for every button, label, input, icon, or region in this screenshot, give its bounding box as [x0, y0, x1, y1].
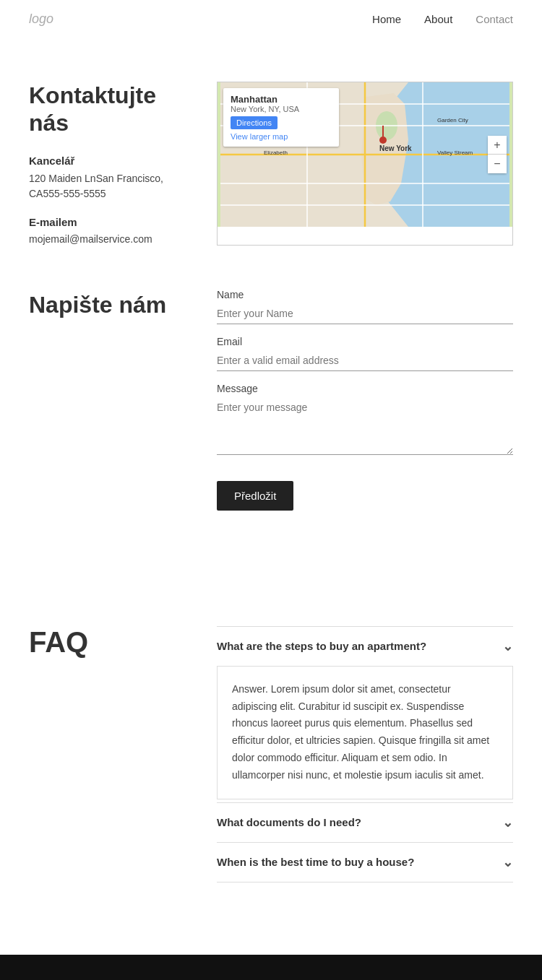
faq-question-text-1: What are the steps to buy an apartment? [217, 640, 426, 652]
svg-text:Valley Stream: Valley Stream [437, 149, 473, 156]
faq-question-text-3: When is the best time to buy a house? [217, 856, 414, 868]
faq-answer-1: Answer. Lorem ipsum dolor sit amet, cons… [217, 666, 513, 799]
faq-section: FAQ What are the steps to buy an apartme… [0, 583, 542, 926]
larger-map-link[interactable]: View larger map [231, 132, 332, 141]
map-overlay: Manhattan New York, NY, USA Directions V… [223, 88, 339, 147]
email-field-label: Email [217, 336, 513, 347]
chevron-down-icon-1: ⌄ [502, 638, 513, 654]
map-subtitle: New York, NY, USA [231, 105, 332, 113]
form-heading: Napište nám [29, 292, 188, 318]
email-input[interactable] [217, 350, 513, 371]
map-placeholder: New York Newark Elizabeth Garden City Va… [218, 82, 512, 227]
faq-question-2[interactable]: What documents do I need? ⌄ [217, 803, 513, 842]
zoom-out-button[interactable]: − [488, 155, 507, 173]
faq-items: What are the steps to buy an apartment? … [217, 626, 513, 883]
faq-item-3: When is the best time to buy a house? ⌄ [217, 843, 513, 883]
form-section: Napište nám Name Email Message Předložit [0, 274, 542, 554]
contact-heading: Kontaktujte nás [29, 82, 188, 137]
svg-text:Garden City: Garden City [437, 117, 468, 123]
contact-info: Kontaktujte nás Kancelář 120 Maiden LnSa… [29, 82, 188, 246]
map-container: New York Newark Elizabeth Garden City Va… [217, 82, 513, 246]
email-group: Email [217, 336, 513, 371]
navigation: logo Home About Contact [0, 0, 542, 38]
contact-form: Name Email Message Předložit [217, 289, 513, 511]
nav-about[interactable]: About [424, 13, 452, 25]
faq-question-1[interactable]: What are the steps to buy an apartment? … [217, 627, 513, 666]
directions-button[interactable]: Directions [231, 116, 278, 129]
message-input[interactable] [217, 397, 513, 455]
faq-item-1: What are the steps to buy an apartment? … [217, 626, 513, 803]
faq-title-area: FAQ [29, 626, 188, 883]
message-label: Message [217, 383, 513, 394]
faq-heading: FAQ [29, 626, 188, 659]
chevron-down-icon-2: ⌄ [502, 815, 513, 831]
logo: logo [29, 12, 53, 27]
faq-question-3[interactable]: When is the best time to buy a house? ⌄ [217, 843, 513, 882]
office-address: 120 Maiden LnSan Francisco, CA555-555-55… [29, 171, 188, 201]
nav-links: Home About Contact [372, 13, 513, 25]
name-group: Name [217, 289, 513, 324]
svg-text:Elizabeth: Elizabeth [264, 149, 288, 156]
svg-text:New York: New York [379, 144, 412, 152]
zoom-in-button[interactable]: + [488, 136, 507, 155]
nav-contact[interactable]: Contact [476, 13, 513, 25]
form-title-area: Napište nám [29, 289, 188, 511]
name-input[interactable] [217, 303, 513, 324]
map-directions-row: Directions [231, 116, 332, 129]
email-label: E-mailem [29, 216, 188, 228]
email-link[interactable]: mojemail@mailservice.com [29, 233, 152, 245]
map-title: Manhattan [231, 94, 332, 105]
form-submit-button[interactable]: Předložit [217, 481, 293, 511]
newsletter-section: Odběr našeho newsletteru Email Předložit [0, 955, 542, 980]
faq-question-text-2: What documents do I need? [217, 816, 361, 828]
name-label: Name [217, 289, 513, 300]
svg-point-18 [379, 136, 387, 144]
chevron-down-icon-3: ⌄ [502, 854, 513, 870]
nav-home[interactable]: Home [372, 13, 401, 25]
map-zoom-controls: + − [488, 136, 507, 173]
faq-item-2: What documents do I need? ⌄ [217, 803, 513, 843]
message-group: Message [217, 383, 513, 458]
office-label: Kancelář [29, 155, 188, 167]
contact-section: Kontaktujte nás Kancelář 120 Maiden LnSa… [0, 38, 542, 274]
